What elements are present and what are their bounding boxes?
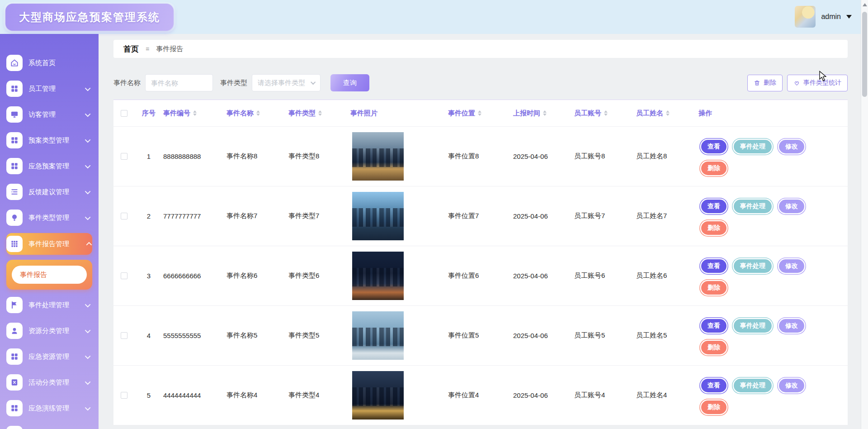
sidebar-item-visitors[interactable]: 访客管理	[6, 104, 92, 125]
event-photo[interactable]	[352, 192, 404, 240]
cell-location: 事件位置4	[448, 391, 513, 400]
sidebar-item-resource-categories[interactable]: 资源分类管理	[6, 320, 92, 341]
sidebar-item-event-types[interactable]: 事件类型管理	[6, 207, 92, 228]
handle-button[interactable]: 事件处理	[734, 319, 772, 333]
bulb-icon	[6, 210, 23, 226]
cell-name: 事件名称7	[226, 212, 288, 220]
sidebar-item-emergency-resources[interactable]: 应急资源管理	[6, 346, 92, 367]
handle-button[interactable]: 事件处理	[734, 379, 772, 392]
sidebar-item-label: 员工管理	[28, 85, 86, 93]
app-title: 大型商场应急预案管理系统	[19, 10, 160, 24]
batch-delete-button[interactable]: 删除	[747, 75, 783, 91]
list-icon	[6, 184, 23, 200]
user-icon	[6, 323, 23, 339]
sidebar-item-partial[interactable]	[6, 424, 92, 429]
sidebar-item-label: 活动分类管理	[28, 378, 86, 387]
sidebar-item-label: 反馈建议管理	[28, 188, 86, 196]
sort-icon[interactable]	[318, 110, 322, 116]
scrollbar-thumb[interactable]	[862, 12, 867, 97]
sort-icon[interactable]	[604, 110, 608, 116]
handle-button[interactable]: 事件处理	[734, 140, 772, 153]
sort-icon[interactable]	[478, 110, 481, 116]
sort-icon[interactable]	[666, 110, 670, 116]
edit-button[interactable]: 修改	[779, 200, 804, 213]
cell-type: 事件类型6	[288, 272, 350, 280]
sidebar-item-plan-types[interactable]: 预案类型管理	[6, 130, 92, 151]
cell-no: 1	[147, 153, 151, 160]
row-checkbox[interactable]	[121, 392, 127, 399]
event-type-select[interactable]: 请选择事件类型	[252, 74, 321, 91]
scroll-up-icon[interactable]	[863, 3, 867, 6]
table-row: 1 8888888888 事件名称8 事件类型8 事件位置8 2025-04-0…	[113, 126, 848, 186]
sidebar-subitem-event-report[interactable]: 事件报告	[12, 266, 87, 284]
event-type-stats-button[interactable]: 事件类型统计	[787, 75, 848, 91]
sidebar-item-employees[interactable]: 员工管理	[6, 78, 92, 99]
sort-icon[interactable]	[543, 110, 547, 116]
chevron-down-icon	[846, 15, 852, 19]
user-avatar[interactable]	[795, 6, 816, 28]
chevron-up-icon	[86, 242, 92, 248]
sidebar-item-event-handling[interactable]: 事件处理管理	[6, 295, 92, 315]
grid-icon	[6, 400, 23, 416]
row-actions: 查看 事件处理 修改 删除	[698, 137, 812, 176]
edit-button[interactable]: 修改	[779, 379, 804, 392]
cell-person: 员工姓名8	[636, 152, 698, 161]
handle-button[interactable]: 事件处理	[734, 259, 772, 273]
sidebar-item-feedback[interactable]: 反馈建议管理	[6, 181, 92, 202]
cell-type: 事件类型7	[288, 212, 350, 220]
event-photo[interactable]	[352, 311, 404, 360]
delete-button[interactable]: 删除	[701, 221, 726, 235]
delete-button[interactable]: 删除	[701, 400, 726, 414]
column-header: 员工账号	[574, 109, 636, 118]
sidebar-item-label: 应急预案管理	[28, 162, 86, 171]
row-checkbox[interactable]	[121, 272, 127, 279]
sidebar-item-emergency-drills[interactable]: 应急演练管理	[6, 398, 92, 419]
cell-no: 4	[147, 332, 151, 339]
breadcrumb-home[interactable]: 首页	[123, 44, 139, 54]
row-checkbox[interactable]	[121, 153, 127, 160]
sidebar-item-event-reports[interactable]: 事件报告管理	[6, 233, 92, 255]
cell-location: 事件位置5	[448, 331, 513, 340]
delete-button[interactable]: 删除	[701, 341, 726, 354]
event-photo[interactable]	[352, 132, 404, 181]
row-checkbox[interactable]	[121, 332, 127, 339]
edit-button[interactable]: 修改	[779, 319, 804, 333]
sidebar-item-label: 事件类型管理	[28, 214, 86, 222]
sidebar-item-home[interactable]: 系统首页	[6, 52, 92, 73]
grid-icon	[6, 81, 23, 97]
sidebar: 系统首页 员工管理 访客管理 预案类型管理	[0, 34, 99, 429]
select-all-checkbox[interactable]	[121, 110, 127, 117]
sort-icon[interactable]	[256, 110, 260, 116]
trash-icon	[754, 80, 760, 86]
sidebar-item-label: 系统首页	[28, 59, 92, 67]
handle-button[interactable]: 事件处理	[734, 200, 772, 213]
delete-button[interactable]: 删除	[701, 281, 726, 295]
event-name-input[interactable]	[145, 74, 213, 91]
cell-location: 事件位置7	[448, 212, 513, 220]
edit-button[interactable]: 修改	[779, 140, 804, 153]
edit-button[interactable]: 修改	[779, 259, 804, 273]
view-button[interactable]: 查看	[701, 140, 726, 153]
event-type-label: 事件类型	[220, 79, 247, 87]
row-checkbox[interactable]	[121, 213, 127, 219]
view-button[interactable]: 查看	[701, 319, 726, 333]
view-button[interactable]: 查看	[701, 200, 726, 213]
sidebar-item-emergency-plans[interactable]: 应急预案管理	[6, 156, 92, 176]
delete-button[interactable]: 删除	[701, 162, 726, 175]
sidebar-subitem-label: 事件报告	[20, 271, 47, 279]
column-header: 操作	[698, 109, 848, 118]
cell-type: 事件类型4	[288, 391, 350, 400]
grid-icon	[6, 132, 23, 148]
top-header: 大型商场应急预案管理系统 admin	[0, 0, 868, 34]
event-photo[interactable]	[352, 371, 404, 419]
user-menu[interactable]: admin	[795, 6, 852, 28]
vertical-scrollbar[interactable]	[861, 0, 868, 429]
app-logo: 大型商场应急预案管理系统	[5, 4, 174, 31]
sort-icon[interactable]	[193, 110, 197, 116]
view-button[interactable]: 查看	[701, 259, 726, 273]
sidebar-item-activity-categories[interactable]: 活动分类管理	[6, 372, 92, 393]
search-button[interactable]: 查询	[330, 74, 369, 91]
cell-person: 员工姓名7	[636, 212, 698, 220]
view-button[interactable]: 查看	[701, 379, 726, 392]
event-photo[interactable]	[352, 252, 404, 300]
